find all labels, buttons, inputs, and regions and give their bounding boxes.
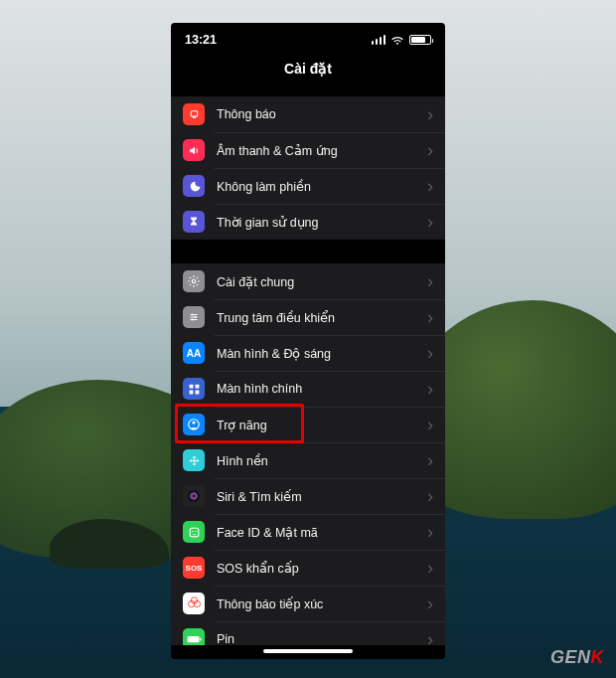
row-label: Pin xyxy=(217,632,427,645)
chevron-right-icon: › xyxy=(427,213,433,231)
row-exposure[interactable]: Thông báo tiếp xúc› xyxy=(171,586,445,621)
row-sos[interactable]: SOSSOS khẩn cấp› xyxy=(171,550,445,586)
svg-point-15 xyxy=(189,459,192,462)
row-label: Màn hình & Độ sáng xyxy=(217,346,427,361)
svg-point-14 xyxy=(193,462,196,465)
svg-rect-26 xyxy=(187,636,199,642)
row-label: Trợ năng xyxy=(217,418,427,432)
svg-point-12 xyxy=(193,459,196,462)
chevron-right-icon: › xyxy=(427,487,433,505)
chevron-right-icon: › xyxy=(427,559,433,577)
row-display[interactable]: AAMàn hình & Độ sáng› xyxy=(171,335,445,371)
chevron-right-icon: › xyxy=(427,451,433,469)
chevron-right-icon: › xyxy=(427,416,433,433)
notifications-icon xyxy=(183,103,205,125)
svg-point-4 xyxy=(195,316,197,318)
exposure-icon xyxy=(183,593,205,614)
battery-icon xyxy=(409,35,431,45)
row-sounds[interactable]: Âm thanh & Cảm ứng› xyxy=(171,132,445,168)
row-label: Màn hình chính xyxy=(217,382,427,396)
general-icon xyxy=(183,270,205,292)
row-faceid[interactable]: Face ID & Mật mã› xyxy=(171,514,445,550)
row-label: SOS khẩn cấp xyxy=(217,561,427,576)
chevron-right-icon: › xyxy=(427,344,433,362)
cellular-icon xyxy=(372,35,386,45)
row-label: Thời gian sử dụng xyxy=(217,215,427,230)
battery-icon xyxy=(183,628,205,645)
chevron-right-icon: › xyxy=(427,141,433,159)
status-time: 13:21 xyxy=(185,33,217,47)
chevron-right-icon: › xyxy=(427,105,433,123)
svg-rect-1 xyxy=(192,116,195,117)
row-label: Âm thanh & Cảm ứng xyxy=(217,143,427,158)
svg-rect-0 xyxy=(191,110,198,115)
row-label: Không làm phiền xyxy=(217,179,427,194)
row-label: Thông báo tiếp xúc xyxy=(217,596,427,611)
settings-group: Thông báo›Âm thanh & Cảm ứng›Không làm p… xyxy=(171,96,445,240)
svg-point-16 xyxy=(196,459,199,462)
siri-icon xyxy=(183,485,205,507)
svg-rect-27 xyxy=(200,637,201,640)
sos-icon: SOS xyxy=(183,557,205,579)
accessibility-icon xyxy=(183,414,205,435)
svg-point-21 xyxy=(192,530,193,531)
faceid-icon xyxy=(183,521,205,543)
svg-point-3 xyxy=(192,314,194,316)
settings-group: Cài đặt chung›Trung tâm điều khiển›AAMàn… xyxy=(171,263,445,645)
watermark-genk: GENK xyxy=(550,647,604,668)
svg-point-2 xyxy=(192,279,196,283)
svg-rect-6 xyxy=(189,384,193,388)
svg-rect-7 xyxy=(195,384,199,388)
svg-rect-9 xyxy=(195,390,199,394)
home-indicator xyxy=(263,649,353,653)
row-battery[interactable]: Pin› xyxy=(171,621,445,645)
status-indicators xyxy=(372,35,432,45)
chevron-right-icon: › xyxy=(427,380,433,398)
row-label: Trung tâm điều khiển xyxy=(217,310,427,325)
wallpaper-icon xyxy=(183,449,205,471)
row-general[interactable]: Cài đặt chung› xyxy=(171,263,445,299)
display-icon: AA xyxy=(183,342,205,364)
row-controlcenter[interactable]: Trung tâm điều khiển› xyxy=(171,299,445,335)
svg-point-13 xyxy=(193,455,196,458)
row-dnd[interactable]: Không làm phiền› xyxy=(171,168,445,204)
row-siri[interactable]: Siri & Tìm kiếm› xyxy=(171,478,445,514)
row-label: Cài đặt chung xyxy=(217,274,427,289)
svg-point-5 xyxy=(192,319,194,321)
page-title: Cài đặt xyxy=(171,57,445,90)
chevron-right-icon: › xyxy=(427,272,433,290)
svg-rect-8 xyxy=(189,390,193,394)
dnd-icon xyxy=(183,175,205,197)
svg-point-22 xyxy=(195,530,196,531)
screentime-icon xyxy=(183,211,205,233)
row-accessibility[interactable]: Trợ năng› xyxy=(171,407,445,442)
svg-point-17 xyxy=(188,490,200,502)
svg-point-11 xyxy=(193,422,196,424)
row-label: Face ID & Mật mã xyxy=(217,525,427,540)
row-label: Siri & Tìm kiếm xyxy=(217,489,427,504)
row-label: Thông báo xyxy=(217,107,427,121)
chevron-right-icon: › xyxy=(427,177,433,195)
row-notifications[interactable]: Thông báo› xyxy=(171,96,445,132)
svg-rect-20 xyxy=(190,528,199,537)
chevron-right-icon: › xyxy=(427,523,433,541)
settings-list[interactable]: Thông báo›Âm thanh & Cảm ứng›Không làm p… xyxy=(171,90,445,645)
phone-frame: 13:21 Cài đặt Thông báo›Âm thanh & Cảm ứ… xyxy=(171,23,445,659)
row-wallpaper[interactable]: Hình nền› xyxy=(171,442,445,478)
wifi-icon xyxy=(390,35,404,45)
homescreen-icon xyxy=(183,378,205,400)
chevron-right-icon: › xyxy=(427,630,433,645)
controlcenter-icon xyxy=(183,306,205,328)
status-bar: 13:21 xyxy=(171,23,445,57)
sounds-icon xyxy=(183,139,205,161)
chevron-right-icon: › xyxy=(427,594,433,612)
chevron-right-icon: › xyxy=(427,308,433,326)
row-label: Hình nền xyxy=(217,453,427,468)
row-homescreen[interactable]: Màn hình chính› xyxy=(171,371,445,407)
row-screentime[interactable]: Thời gian sử dụng› xyxy=(171,204,445,240)
